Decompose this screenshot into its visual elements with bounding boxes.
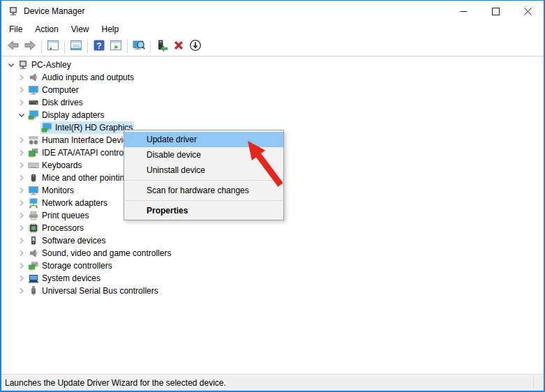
menu-bar: FileActionViewHelp [1,22,544,37]
tree-item-disk-drives[interactable]: Disk drives [1,96,544,109]
uninstall-button[interactable] [171,39,186,54]
status-grip [533,377,534,389]
monitor-icon [27,84,39,96]
display-adapter-icon [40,122,52,133]
audio-icon [27,248,39,259]
minimize-button[interactable] [447,1,479,22]
help-icon: ? [92,38,106,54]
tree-item-label: Universal Serial Bus controllers [42,286,158,296]
disk-icon [27,97,39,108]
tree-item-label: Computer [42,85,79,95]
chevron-collapsed-icon[interactable] [16,172,27,183]
network-icon [27,197,39,209]
scan-hardware-button[interactable] [131,39,147,54]
tree-item-body: Monitors [27,184,75,197]
tree-item-sound-video-and-game-controllers[interactable]: Sound, video and game controllers [1,247,544,259]
context-menu-item-properties[interactable]: Properties [124,203,283,218]
chevron-collapsed-icon[interactable] [16,97,27,108]
action-pane-icon [109,38,123,54]
tree-item-label: Disk drives [42,98,83,107]
chevron-collapsed-icon[interactable] [16,84,27,96]
tree-item-label: Human Interface Devices [42,135,136,145]
tree-item-label: Sound, video and game controllers [42,248,171,258]
tree-item-body: Print queues [27,209,90,222]
console-tree-icon [46,38,60,54]
system-icon [27,273,39,284]
context-menu-separator [125,180,283,181]
chevron-collapsed-icon[interactable] [16,210,27,221]
chevron-collapsed-icon[interactable] [16,285,27,296]
tree-item-software-devices[interactable]: Software devices [1,234,544,247]
disable-device-button[interactable] [188,39,203,54]
chevron-collapsed-icon[interactable] [16,223,27,234]
uninstall-icon [172,38,186,54]
tree-item-body: Software devices [27,234,107,247]
context-menu-item-update-driver[interactable]: Update driver [124,132,283,147]
tree-item-universal-serial-bus-controllers[interactable]: Universal Serial Bus controllers [1,285,544,297]
back-icon [6,38,20,54]
chevron-collapsed-icon[interactable] [16,135,27,146]
back-button[interactable] [6,39,21,54]
tree-item-label: Intel(R) HD Graphics [55,123,133,133]
forward-button[interactable] [22,39,38,54]
menu-view[interactable]: View [65,22,96,36]
tree-item-body: Processors [27,222,85,234]
keyboard-icon [27,160,39,171]
storage-icon [27,260,39,271]
properties-button[interactable] [68,39,84,54]
chevron-collapsed-icon[interactable] [16,160,27,171]
chevron-collapsed-icon[interactable] [16,197,27,209]
maximize-button[interactable] [479,1,512,22]
tree-item-display-adapters[interactable]: Display adapters [1,109,544,121]
tree-item-body: Universal Serial Bus controllers [27,285,160,297]
tree-item-label: Print queues [42,211,89,220]
tree-item-body: Disk drives [27,96,84,109]
chevron-collapsed-icon[interactable] [16,248,27,259]
tree-item-system-devices[interactable]: System devices [1,272,544,285]
ide-icon [27,147,39,158]
update-driver-button[interactable] [154,39,170,54]
chevron-collapsed-icon[interactable] [16,260,27,271]
toolbar-separator [150,40,151,53]
context-menu-item-scan-for-hardware-changes[interactable]: Scan for hardware changes [124,183,283,198]
update-driver-icon [155,38,169,54]
console-tree-button[interactable] [45,39,61,54]
tree-item-storage-controllers[interactable]: Storage controllers [1,259,544,272]
chevron-collapsed-icon[interactable] [16,72,27,83]
tree-item-audio-inputs-and-outputs[interactable]: Audio inputs and outputs [1,71,544,84]
help-button[interactable]: ? [91,39,107,54]
device-tree-panel: PC-AshleyAudio inputs and outputsCompute… [1,56,544,374]
chevron-collapsed-icon[interactable] [16,273,27,284]
scan-hardware-icon [132,38,146,54]
chevron-expanded-icon[interactable] [16,110,27,121]
maximize-icon [492,8,500,15]
context-menu-item-disable-device[interactable]: Disable device [124,147,283,163]
minimize-icon [460,8,468,15]
display-adapter-icon [27,110,39,121]
title-bar: Device Manager [1,1,544,22]
menu-help[interactable]: Help [96,22,126,36]
menu-action[interactable]: Action [29,22,64,36]
close-button[interactable] [512,1,544,22]
tree-item-body: Storage controllers [27,259,114,272]
tree-item-body: Sound, video and game controllers [27,247,172,259]
chevron-collapsed-icon[interactable] [16,235,27,246]
tree-item-label: Network adapters [42,198,107,208]
chevron-expanded-icon[interactable] [6,59,17,70]
chevron-collapsed-icon[interactable] [16,185,27,196]
tree-item-body: Audio inputs and outputs [27,71,135,84]
chevron-collapsed-icon[interactable] [16,147,27,158]
toolbar-separator [87,40,88,53]
computer-icon [17,59,29,70]
tree-item-body: Keyboards [27,159,83,172]
menu-file[interactable]: File [3,22,29,36]
context-menu-item-uninstall-device[interactable]: Uninstall device [124,163,283,178]
tree-item-label: Audio inputs and outputs [42,73,134,82]
tree-item-processors[interactable]: Processors [1,222,544,234]
selected-tree-item: Intel(R) HD Graphics [40,121,134,134]
monitor-icon [27,185,39,196]
tree-item-pc-ashley[interactable]: PC-Ashley [1,59,544,71]
tree-item-label: Keyboards [42,160,82,170]
tree-item-computer[interactable]: Computer [1,84,544,96]
action-pane-button[interactable] [108,39,124,54]
